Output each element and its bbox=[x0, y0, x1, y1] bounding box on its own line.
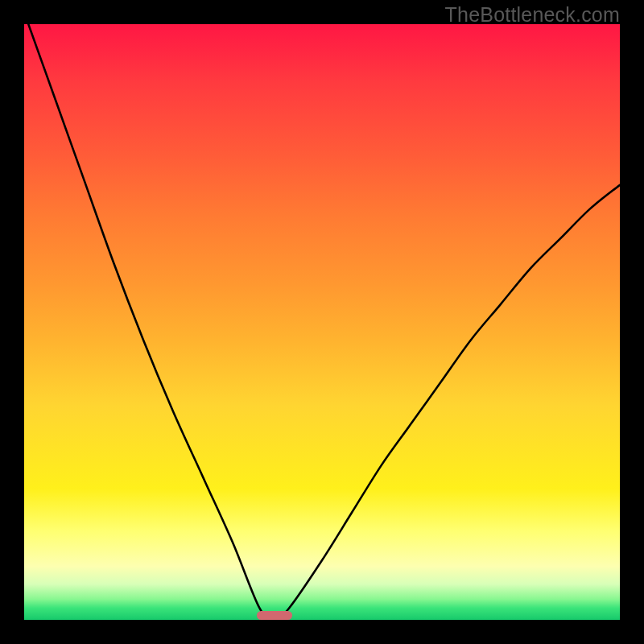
bottleneck-curve-path bbox=[24, 24, 620, 620]
watermark: TheBottleneck.com bbox=[445, 3, 620, 27]
bottleneck-curve-svg bbox=[24, 24, 620, 620]
chart-frame bbox=[24, 24, 620, 620]
bottleneck-marker bbox=[257, 611, 292, 620]
